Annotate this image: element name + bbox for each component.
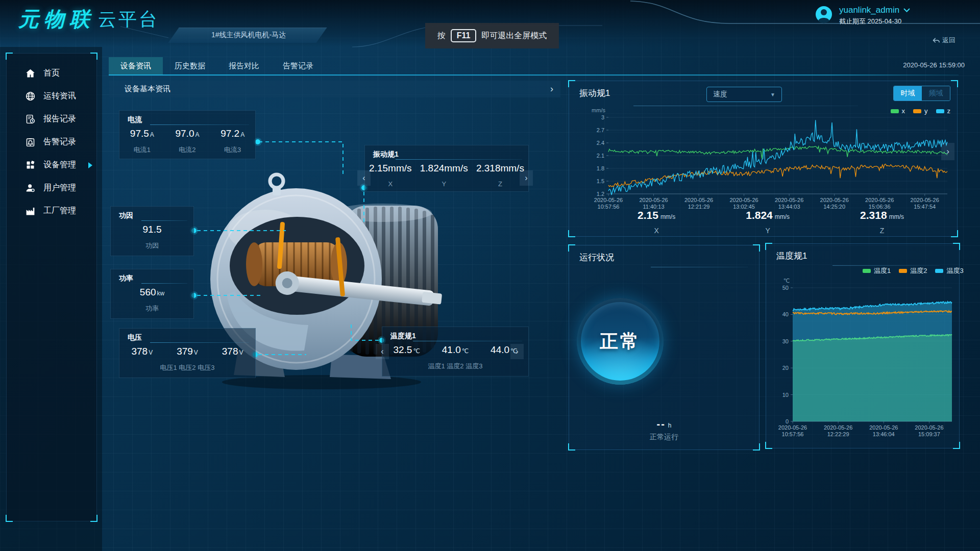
- vibration-next-button[interactable]: ›: [520, 170, 533, 186]
- sidebar-item-report[interactable]: 报告记录: [7, 108, 96, 131]
- callout-vibration: 振动规1 2.15mm/sX1.824mm/sY2.318mm/sZ: [364, 145, 529, 192]
- tab-2[interactable]: 历史数据: [163, 57, 217, 75]
- globe-icon: [25, 91, 36, 102]
- sidebar-item-alarm[interactable]: 告警记录: [7, 131, 96, 154]
- power-unit: kw: [157, 290, 165, 297]
- callout-temperature-title: 温度规1: [390, 332, 416, 341]
- sidebar-item-label: 告警记录: [43, 137, 76, 147]
- y-tick-label: 1.8: [597, 165, 604, 171]
- fullscreen-notice-prefix: 按: [437, 31, 446, 41]
- toggle-时域[interactable]: 时域: [894, 86, 922, 101]
- x-tick-label: 2020-05-2610:57:56: [594, 197, 623, 210]
- fullscreen-notice: 按 F11 即可退出全屏模式: [425, 23, 559, 48]
- y-tick-label: 30: [782, 338, 789, 344]
- y-tick-label: 1.5: [597, 178, 604, 184]
- vibration-dropdown-value: 速度: [713, 90, 727, 99]
- callout-power-title: 功率: [119, 274, 133, 283]
- callout-value-column: 2.15mm/sX: [369, 163, 411, 188]
- x-tick-label: 2020-05-2615:09:37: [915, 424, 943, 437]
- vibration-chart-next-button[interactable]: ›: [941, 143, 954, 160]
- logo-primary: 元物联: [18, 5, 95, 33]
- tab-underline: [109, 74, 959, 76]
- sidebar-item-user[interactable]: 用户管理: [7, 177, 96, 199]
- fullscreen-notice-suffix: 即可退出全屏模式: [481, 31, 547, 41]
- sidebar-item-label: 报告记录: [43, 114, 76, 124]
- sidebar-item-device[interactable]: 设备管理: [7, 154, 96, 177]
- callout-current-title: 电流: [128, 115, 142, 124]
- legend-swatch: [863, 269, 871, 273]
- tab-4[interactable]: 告警记录: [271, 57, 325, 75]
- x-tick-label: 2020-05-2613:46:04: [869, 424, 898, 437]
- callout-value-column: 97.2A电流3: [220, 128, 244, 155]
- y-axis-unit: ℃: [783, 278, 790, 284]
- y-tick-label: 0: [786, 418, 789, 424]
- tab-3[interactable]: 报告对比: [217, 57, 271, 75]
- temperature-chart: 01020304050℃2020-05-2610:57:562020-05-26…: [768, 274, 957, 445]
- x-tick-label: 2020-05-2615:47:54: [911, 197, 939, 210]
- vibration-chart: 1.21.51.82.12.42.73mm/s2020-05-2610:57:5…: [577, 100, 954, 217]
- avatar: [815, 5, 833, 26]
- back-icon: [932, 37, 940, 44]
- y-tick-label: 20: [782, 365, 789, 371]
- sidebar-item-home[interactable]: 首页: [7, 62, 96, 85]
- vibration-summary-X: 2.15mm/sX: [638, 209, 675, 235]
- x-tick-label: 2020-05-2613:02:45: [729, 197, 758, 210]
- temperature-prev-button[interactable]: ‹: [376, 344, 389, 359]
- x-tick-label: 2020-05-2612:21:29: [684, 197, 713, 210]
- temperature-next-button[interactable]: ›: [510, 344, 524, 359]
- sidebar-item-factory[interactable]: 工厂管理: [7, 199, 96, 222]
- callout-vibration-title: 振动规1: [373, 150, 399, 159]
- vibration-prev-button[interactable]: ‹: [357, 170, 371, 186]
- datetime: 2020-05-26 15:59:00: [888, 61, 965, 69]
- f11-key: F11: [451, 29, 477, 42]
- user-icon: [25, 183, 36, 193]
- callout-value-column: 97.5A电流1: [130, 128, 154, 155]
- x-tick-label: 2020-05-2615:06:36: [865, 197, 894, 210]
- callout-voltage-title: 电压: [128, 333, 142, 342]
- callout-power-factor-title: 功因: [119, 211, 133, 220]
- sidebar-item-label: 工厂管理: [43, 206, 76, 216]
- y-tick-label: 3: [601, 114, 604, 120]
- series-line-z: [608, 120, 947, 195]
- home-icon: [25, 68, 36, 79]
- voltage-labels: 电压1 电压2 电压3: [119, 363, 255, 372]
- x-tick-label: 2020-05-2611:40:13: [639, 197, 668, 210]
- device-section-expand-icon[interactable]: ›: [550, 84, 553, 94]
- series-line-y: [608, 164, 947, 187]
- expand-arrow-icon: [88, 162, 92, 168]
- vibration-summary-Y: 1.824mm/sY: [746, 209, 790, 235]
- sidebar-item-globe[interactable]: 运转资讯: [7, 85, 96, 108]
- user-menu[interactable]: yuanlink_admin 截止期至 2025-04-30: [815, 5, 910, 26]
- series-area-温度1: [793, 335, 952, 421]
- y-tick-label: 1.2: [597, 191, 604, 197]
- back-button[interactable]: 返回: [932, 36, 955, 45]
- callout-value-column: 1.824mm/sY: [420, 163, 468, 188]
- y-tick-label: 2.7: [597, 127, 604, 133]
- user-expiry: 截止期至 2025-04-30: [839, 17, 910, 26]
- y-axis-unit: mm/s: [592, 107, 605, 113]
- vibration-summary-Z: 2.318mm/sZ: [860, 209, 904, 235]
- callout-power: 功率 560kw 功率: [110, 269, 194, 319]
- toggle-频域[interactable]: 频域: [922, 86, 950, 101]
- callout-current: 电流 97.5A电流197.0A电流297.2A电流3: [119, 110, 256, 159]
- status-badge-text: 正常: [600, 329, 641, 354]
- sidebar-items: 首页运转资讯报告记录告警记录设备管理用户管理工厂管理: [7, 62, 96, 222]
- sidebar-item-label: 运转资讯: [43, 91, 76, 102]
- status-hours-unit: h: [668, 422, 672, 429]
- header: 元物联 云平台 1#线主供风机电机-马达 按 F11 即可退出全屏模式 yuan…: [0, 0, 980, 47]
- power-label: 功率: [140, 304, 164, 313]
- sidebar-item-label: 首页: [43, 68, 60, 79]
- sidebar-item-label: 用户管理: [43, 183, 76, 193]
- device-section-bar: 设备基本资讯 ›: [109, 81, 560, 97]
- report-icon: [25, 114, 36, 124]
- breadcrumb: 1#线主供风机电机-马达: [180, 31, 317, 40]
- legend-swatch: [935, 269, 943, 273]
- callout-power-factor: 功因 91.5 功因: [110, 206, 194, 256]
- callout-value-column: 41.0℃: [442, 344, 469, 356]
- callout-value-column: 2.318mm/sZ: [476, 163, 524, 188]
- tab-1[interactable]: 设备资讯: [109, 57, 163, 75]
- logo-secondary: 云平台: [98, 7, 159, 32]
- vibration-summary: 2.15mm/sX1.824mm/sY2.318mm/sZ: [602, 209, 939, 235]
- power-factor-value: 91.5: [143, 224, 162, 235]
- y-tick-label: 2.1: [597, 153, 604, 159]
